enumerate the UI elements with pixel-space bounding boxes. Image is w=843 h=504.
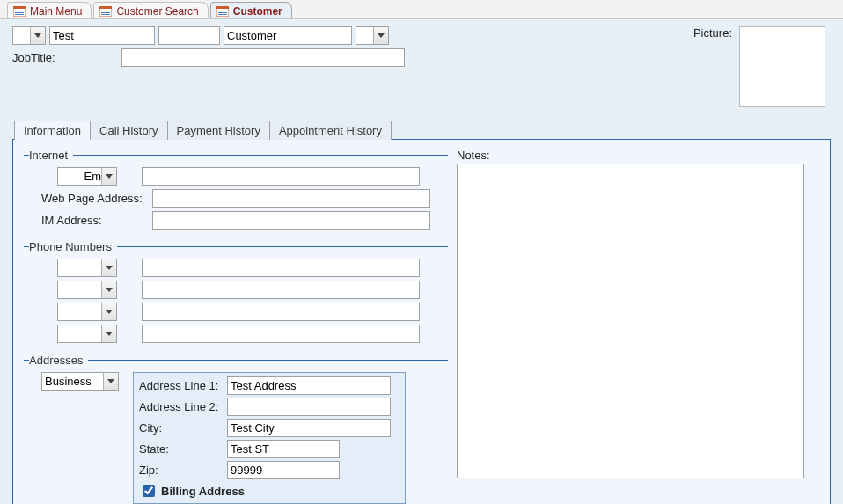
webpage-input[interactable] [152, 189, 430, 208]
addr-city-label: City: [139, 421, 224, 435]
doc-tab-main-menu[interactable]: Main Menu [7, 2, 92, 18]
tab-panel-information: Internet Web Page Address: [12, 139, 831, 504]
picture-box[interactable] [739, 26, 825, 107]
svg-rect-6 [99, 6, 112, 9]
im-label: IM Address: [41, 214, 147, 227]
svg-rect-11 [216, 6, 229, 9]
address-type-combo[interactable] [41, 372, 119, 391]
tab-payment-history[interactable]: Payment History [168, 121, 270, 140]
addr-zip-input[interactable] [227, 461, 340, 479]
doc-tab-label: Customer Search [116, 5, 198, 18]
first-name-input[interactable] [49, 26, 155, 45]
addr-line1-label: Address Line 1: [139, 379, 224, 392]
im-input[interactable] [152, 211, 430, 230]
record-tabs: Information Call History Payment History… [14, 120, 831, 139]
doc-tab-customer-search[interactable]: Customer Search [93, 2, 208, 18]
address-group: Addresses Address Line 1: Address Line 2… [24, 354, 448, 504]
doc-tab-label: Customer [233, 5, 282, 18]
form-icon [99, 6, 112, 17]
middle-name-input[interactable] [158, 26, 220, 45]
billing-address-checkbox[interactable] [143, 485, 155, 497]
document-tabs: Main Menu Customer Search Customer [0, 0, 843, 19]
jobtitle-input[interactable] [121, 48, 405, 67]
phone-number-input[interactable] [142, 281, 420, 299]
phone-number-input[interactable] [142, 325, 420, 343]
addr-line1-input[interactable] [227, 376, 391, 395]
phone-type-combo[interactable] [57, 281, 117, 299]
name-suffix-combo[interactable] [356, 26, 389, 45]
phone-type-combo[interactable] [57, 303, 117, 321]
address-legend: Addresses [29, 354, 88, 367]
addr-state-label: State: [139, 442, 224, 456]
webpage-label: Web Page Address: [41, 192, 147, 205]
last-name-input[interactable] [224, 26, 352, 45]
email-input[interactable] [142, 167, 420, 186]
jobtitle-label: JobTitle: [12, 51, 118, 64]
addr-line2-input[interactable] [227, 398, 391, 416]
phone-type-combo[interactable] [57, 259, 117, 277]
email-type-combo[interactable] [57, 167, 117, 186]
phone-number-input[interactable] [142, 303, 420, 321]
form-icon [216, 6, 229, 17]
internet-group: Internet Web Page Address: [24, 149, 448, 233]
doc-tab-label: Main Menu [30, 5, 82, 18]
form-icon [13, 6, 26, 17]
internet-legend: Internet [29, 149, 73, 162]
tab-appointment-history[interactable]: Appointment History [270, 121, 392, 140]
addr-line2-label: Address Line 2: [139, 400, 224, 413]
phone-type-combo[interactable] [57, 325, 117, 343]
doc-tab-customer[interactable]: Customer [210, 2, 292, 18]
address-block: Address Line 1: Address Line 2: City: St… [133, 372, 406, 504]
billing-address-label: Billing Address [161, 485, 245, 498]
name-prefix-combo[interactable] [12, 26, 46, 45]
addr-city-input[interactable] [227, 419, 391, 437]
addr-zip-label: Zip: [139, 464, 224, 477]
phone-legend: Phone Numbers [29, 240, 117, 253]
svg-rect-1 [13, 6, 26, 9]
phone-number-input[interactable] [142, 259, 420, 277]
addr-state-input[interactable] [227, 440, 340, 458]
tab-call-history[interactable]: Call History [91, 121, 167, 140]
tab-information[interactable]: Information [14, 121, 91, 140]
notes-label: Notes: [457, 149, 819, 162]
picture-label: Picture: [693, 26, 732, 107]
phone-group: Phone Numbers [24, 240, 448, 347]
notes-textarea[interactable] [457, 164, 804, 478]
